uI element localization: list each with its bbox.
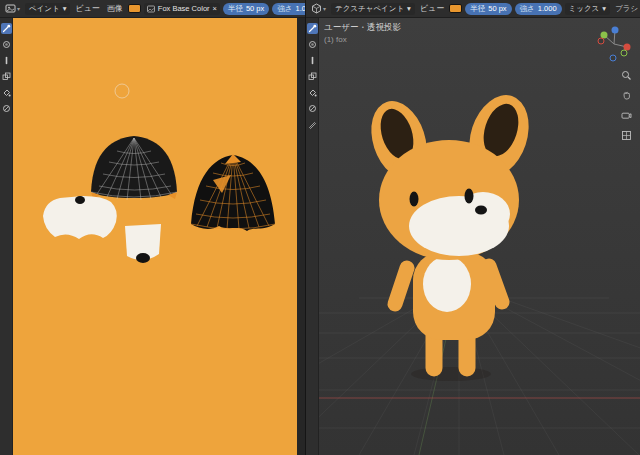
mask-tool[interactable] [307, 103, 318, 114]
clone-icon [2, 72, 11, 81]
smear-icon [308, 56, 317, 65]
pane-divider[interactable] [297, 18, 305, 455]
clone-icon [308, 72, 317, 81]
uv-island-hood-wire [91, 136, 177, 200]
soften-tool[interactable] [307, 39, 318, 50]
image-datablock[interactable]: Fox Base Color × [144, 3, 220, 15]
uv-island-dome-orange-wire [191, 154, 275, 231]
fill-tool[interactable] [307, 87, 318, 98]
brush-color-swatch[interactable] [128, 4, 141, 13]
axis-y-neg-ball[interactable] [621, 50, 627, 56]
viewport-overlay-text: ユーザー・透視投影 (1) fox [324, 22, 401, 44]
editor-type-button[interactable]: ▾ [3, 3, 22, 14]
draw-brush-icon [308, 24, 317, 33]
brush-color-swatch[interactable] [449, 4, 462, 13]
chevron-down-icon: ▾ [323, 5, 326, 12]
fox-eye-right [465, 189, 474, 204]
fox-eye-left [410, 192, 419, 207]
smear-icon [2, 56, 11, 65]
brush-cursor [115, 84, 129, 98]
mask-tool[interactable] [1, 103, 12, 114]
fox-arm-left [395, 268, 407, 304]
uv-island-muzzle-white [125, 224, 161, 263]
viewport-header: ▾ テクスチャペイント ▾ ビュー 半径 50 px 強さ 1.000 ミックス… [306, 0, 640, 18]
annotate-tool[interactable] [307, 119, 318, 130]
menu-view[interactable]: ビュー [418, 3, 446, 14]
smear-tool[interactable] [307, 55, 318, 66]
axis-z-ball[interactable] [612, 27, 619, 34]
menu-image[interactable]: 画像 [105, 3, 125, 14]
clone-tool[interactable] [1, 71, 12, 82]
brush-popover[interactable]: ブラシ [613, 4, 640, 14]
radius-slider[interactable]: 半径 50 px [465, 3, 511, 15]
texture-paint-toolbar [306, 18, 319, 455]
axis-z-neg-ball[interactable] [610, 55, 616, 61]
active-collection-label: (1) fox [324, 35, 401, 44]
fill-tool[interactable] [1, 87, 12, 98]
smear-tool[interactable] [1, 55, 12, 66]
strength-slider[interactable]: 強さ 1.000 [272, 3, 305, 15]
draw-brush-tool[interactable] [1, 23, 12, 34]
uv-island-body-white [43, 196, 117, 239]
viewport-3d-icon [311, 3, 322, 14]
ortho-grid-icon[interactable] [621, 130, 632, 141]
move-hand-icon[interactable] [621, 90, 632, 101]
viewport-body: ユーザー・透視投影 (1) fox [306, 18, 640, 455]
soften-icon [308, 40, 317, 49]
image-editor-icon [5, 3, 16, 14]
image-editor-pane: ▾ ペイント ▾ ビュー 画像 Fox Base Color × 半径 50 p… [0, 0, 305, 455]
axis-x-neg-ball[interactable] [598, 38, 604, 44]
uv-layout [13, 18, 297, 455]
blender-window: ▾ ペイント ▾ ビュー 画像 Fox Base Color × 半径 50 p… [0, 0, 640, 455]
draw-brush-icon [2, 24, 11, 33]
image-icon [147, 5, 155, 13]
strength-slider[interactable]: 強さ 1.000 [515, 3, 562, 15]
uv-paint-canvas[interactable] [13, 18, 297, 455]
close-icon[interactable]: × [213, 4, 217, 13]
paint-toolbar [0, 18, 13, 455]
fox-nose [475, 206, 487, 215]
fox-character[interactable] [362, 87, 539, 381]
chevron-down-icon: ▾ [63, 4, 67, 13]
fill-icon [2, 88, 11, 97]
scene-render [319, 18, 640, 455]
radius-slider[interactable]: 半径 50 px [223, 3, 269, 15]
annotate-icon [308, 120, 317, 129]
viewport-nav-icons [621, 70, 632, 141]
mask-icon [308, 104, 317, 113]
draw-brush-tool[interactable] [307, 23, 318, 34]
mode-dropdown[interactable]: ペイント ▾ [25, 3, 70, 15]
axis-x-ball[interactable] [624, 44, 631, 51]
fox-chest [423, 256, 471, 312]
view-perspective-label: ユーザー・透視投影 [324, 22, 401, 34]
clone-tool[interactable] [307, 71, 318, 82]
blend-dropdown[interactable]: ミックス ▾ [565, 3, 610, 15]
viewport-3d-pane: ▾ テクスチャペイント ▾ ビュー 半径 50 px 強さ 1.000 ミックス… [305, 0, 640, 455]
menu-view[interactable]: ビュー [73, 3, 101, 14]
fox-shadow [411, 367, 491, 381]
mode-dropdown[interactable]: テクスチャペイント ▾ [331, 3, 415, 15]
soften-tool[interactable] [1, 39, 12, 50]
viewport-3d[interactable]: ユーザー・透視投影 (1) fox [319, 18, 640, 455]
chevron-down-icon: ▾ [407, 4, 411, 13]
soften-icon [2, 40, 11, 49]
navigation-gizmo[interactable] [592, 22, 636, 66]
chevron-down-icon: ▾ [602, 4, 606, 13]
axis-y-ball[interactable] [601, 32, 608, 39]
chevron-down-icon: ▾ [17, 5, 20, 12]
image-editor-header: ▾ ペイント ▾ ビュー 画像 Fox Base Color × 半径 50 p… [0, 0, 305, 18]
zoom-icon[interactable] [621, 70, 632, 81]
camera-view-icon[interactable] [621, 110, 632, 121]
image-editor-body [0, 18, 305, 455]
editor-type-button[interactable]: ▾ [309, 3, 328, 14]
fill-icon [308, 88, 317, 97]
mask-icon [2, 104, 11, 113]
